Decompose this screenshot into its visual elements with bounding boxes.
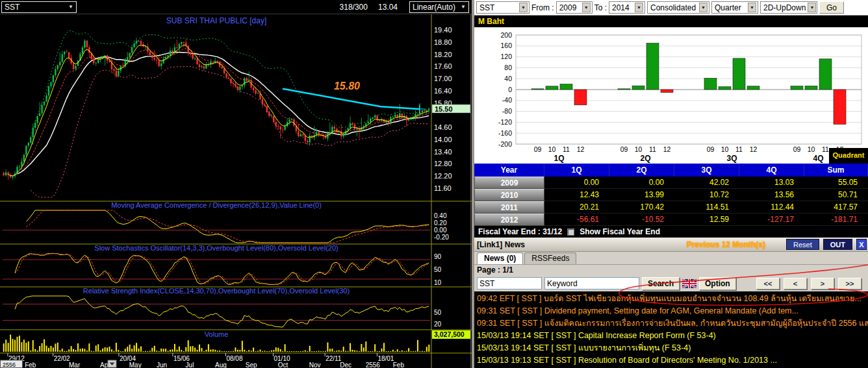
svg-text:15.80: 15.80: [334, 80, 360, 92]
symbol-combo[interactable]: SST ▼: [1, 1, 77, 13]
news-title: [Link1] News: [477, 240, 525, 249]
svg-text:Aug: Aug: [215, 362, 227, 368]
svg-text:2556: 2556: [3, 362, 16, 368]
year-cell[interactable]: 2012: [474, 214, 544, 226]
chevron-down-icon: ▼: [699, 3, 708, 12]
search-button[interactable]: Search: [642, 277, 680, 290]
value-cell: 114.51: [674, 201, 739, 214]
value-cell: 10.72: [674, 189, 739, 201]
tab-news[interactable]: News (0): [477, 252, 523, 264]
period-combo[interactable]: Quarter ▼: [711, 1, 758, 14]
close-button[interactable]: X: [856, 239, 867, 250]
svg-text:-160: -160: [498, 129, 512, 137]
news-item[interactable]: 15/03/13 19:13 SET [ SST ] Resolution of…: [474, 354, 868, 367]
svg-text:18/01: 18/01: [377, 355, 394, 362]
chevron-down-icon: ▼: [582, 3, 591, 12]
value-cell: -10.52: [609, 214, 674, 226]
table-row[interactable]: 201120.21170.42114.51112.44417.57: [474, 201, 868, 214]
value-cell: 13.56: [739, 189, 804, 201]
svg-text:13.40: 13.40: [434, 148, 452, 156]
svg-text:50: 50: [434, 309, 442, 316]
year-cell[interactable]: 2010: [474, 189, 544, 201]
topbar-right: 318/300 13.04 Linear(Auto) ▼: [340, 1, 472, 13]
table-row[interactable]: 20090.000.0042.0213.0355.05: [474, 177, 868, 189]
svg-text:-200: -200: [498, 140, 512, 148]
svg-text:14.00: 14.00: [434, 136, 452, 143]
first-page-button[interactable]: <<: [756, 278, 780, 289]
report-type-value: Consolidated: [650, 3, 696, 12]
svg-text:Slow Stochastics Oscillator(14: Slow Stochastics Oscillator(14,3,3),Over…: [94, 244, 338, 252]
period-value: Quarter: [715, 3, 741, 12]
svg-text:50: 50: [434, 266, 442, 273]
svg-text:09: 09: [793, 145, 801, 153]
news-list: 09:42 EFT [ SST ] บอร์ด SST ไฟเขียวออกหุ…: [474, 291, 868, 368]
svg-text:Jun: Jun: [157, 362, 167, 368]
news-item[interactable]: 15/03/13 19:14 SET [ SST ] แบบรายงานการเ…: [474, 342, 868, 354]
news-item[interactable]: 09:31 SET [ SST ] Dividend payment, Sett…: [474, 305, 868, 317]
language-flag-icon[interactable]: [682, 279, 696, 288]
svg-text:10: 10: [808, 145, 815, 153]
svg-text:0.20: 0.20: [434, 219, 447, 227]
last-page-button[interactable]: >>: [838, 278, 862, 289]
show-fiscal-checkbox[interactable]: [567, 228, 574, 236]
to-year-combo[interactable]: 2014 ▼: [609, 1, 645, 14]
svg-text:-120: -120: [498, 118, 512, 126]
price-chart-canvas[interactable]: SUB SRI THAI PUBLIC [day]15.8019.4018.80…: [0, 14, 472, 368]
keyword-input[interactable]: [544, 277, 639, 289]
header-3q: 3Q: [674, 164, 739, 177]
news-item[interactable]: 09:31 SET [ SST ] แจ้งมติคณะกรรมการเรื่อ…: [474, 317, 868, 330]
symbol-input[interactable]: [477, 277, 542, 289]
fiscal-row: Fiscal Year End : 31/12 Show Fiscal Year…: [474, 226, 868, 238]
svg-text:Dec: Dec: [340, 362, 351, 368]
svg-text:Jul: Jul: [186, 362, 194, 368]
to-year-value: 2014: [612, 3, 630, 12]
svg-text:09: 09: [534, 145, 542, 153]
svg-text:20: 20: [434, 321, 442, 328]
svg-text:11: 11: [649, 145, 656, 153]
next-page-button[interactable]: >: [811, 278, 834, 289]
table-row[interactable]: 201012.4313.9910.7213.5650.71: [474, 189, 868, 201]
go-button[interactable]: Go: [819, 1, 844, 14]
chart-style-combo[interactable]: 2D-UpDown ▼: [760, 1, 817, 14]
year-cell[interactable]: 2009: [474, 177, 544, 189]
svg-text:19.40: 19.40: [434, 26, 452, 34]
year-cell[interactable]: 2011: [474, 201, 544, 214]
prev-page-button[interactable]: <: [784, 278, 807, 289]
svg-text:09: 09: [620, 145, 628, 153]
tab-rssfeeds[interactable]: RSSFeeds: [524, 252, 576, 264]
svg-text:09: 09: [707, 145, 715, 153]
out-button[interactable]: OUT: [823, 239, 852, 250]
scale-mode-combo[interactable]: Linear(Auto) ▼: [409, 1, 469, 13]
news-item[interactable]: 15/03/13 19:14 SET [ SST ] Capital Incre…: [474, 330, 868, 342]
from-year-combo[interactable]: 2009 ▼: [556, 1, 593, 14]
svg-text:-80: -80: [502, 107, 512, 115]
value-cell: 170.42: [609, 201, 674, 214]
fin-symbol-combo[interactable]: SST ▼: [476, 1, 530, 14]
value-cell: 50.71: [804, 189, 868, 201]
value-cell: 20.21: [544, 201, 609, 214]
svg-text:18.80: 18.80: [434, 38, 452, 46]
chart-panel: SST ▼ 318/300 13.04 Linear(Auto) ▼ SUB S…: [0, 0, 472, 368]
header-1q: 1Q: [544, 164, 609, 177]
news-item[interactable]: 09:42 EFT [ SST ] บอร์ด SST ไฟเขียวออกหุ…: [474, 293, 868, 305]
svg-text:Feb: Feb: [25, 362, 36, 368]
value-cell: -181.71: [804, 214, 868, 226]
fiscal-year-end-label: Fiscal Year End : 31/12: [478, 227, 562, 236]
report-type-combo[interactable]: Consolidated ▼: [647, 1, 709, 14]
symbol-value: SST: [5, 3, 19, 12]
table-row[interactable]: 2012-56.61-10.5212.59-127.17-181.71: [474, 214, 868, 226]
news-titlebar: [Link1] News Previous 12 Month(s) Reset …: [474, 238, 868, 252]
value-cell: 42.02: [674, 177, 739, 189]
svg-text:120: 120: [500, 53, 512, 60]
svg-text:40: 40: [504, 75, 512, 82]
svg-text:15.50: 15.50: [435, 105, 453, 113]
svg-text:Nov: Nov: [309, 362, 321, 368]
svg-text:14.60: 14.60: [434, 123, 452, 131]
news-tabs: News (0) RSSFeeds: [474, 252, 868, 265]
svg-text:Oct: Oct: [278, 362, 288, 368]
svg-text:Relative Strength Index(CLOSE,: Relative Strength Index(CLOSE,14,30,70),…: [83, 287, 350, 295]
svg-text:2556: 2556: [366, 362, 381, 368]
svg-text:10: 10: [635, 145, 643, 153]
reset-button[interactable]: Reset: [786, 239, 819, 250]
option-button[interactable]: Option: [699, 277, 736, 290]
